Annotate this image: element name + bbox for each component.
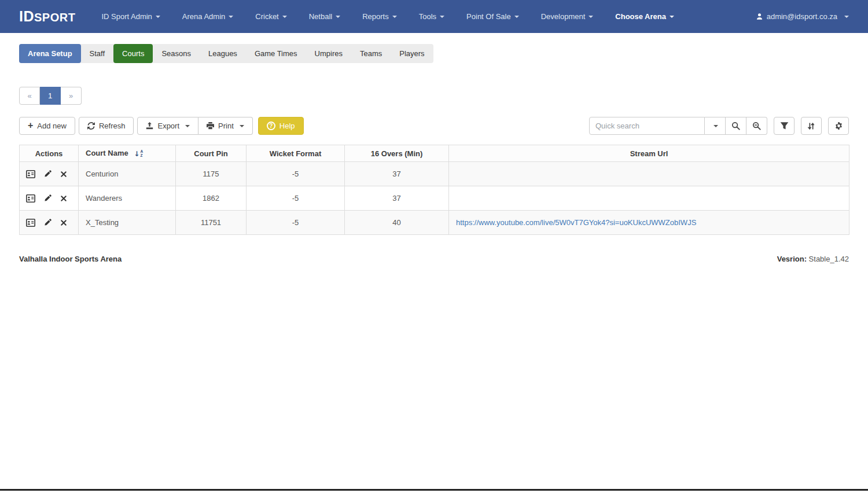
row-delete-button[interactable]	[60, 195, 67, 202]
tab-game-times[interactable]: Game Times	[246, 44, 306, 63]
tab-players[interactable]: Players	[391, 44, 433, 63]
brand-logo[interactable]: IDSPORT	[19, 8, 75, 25]
chevron-down-icon	[336, 16, 340, 18]
row-details-button[interactable]	[26, 170, 35, 178]
settings-button[interactable]	[828, 117, 849, 135]
filter-button[interactable]	[774, 117, 795, 135]
chevron-down-icon	[185, 125, 190, 127]
refresh-icon	[87, 122, 95, 130]
column-header-court-pin[interactable]: Court Pin	[176, 145, 247, 162]
court-name-cell: Centurion	[79, 162, 176, 186]
add-new-button[interactable]: + Add new	[19, 117, 75, 135]
refresh-button[interactable]: Refresh	[79, 117, 134, 135]
row-delete-button[interactable]	[60, 171, 67, 178]
main-menu: ID Sport Admin Arena Admin Cricket Netba…	[90, 12, 755, 21]
actions-cell	[20, 211, 79, 235]
clear-search-button[interactable]	[746, 117, 767, 135]
search-options-button[interactable]	[705, 117, 726, 135]
nav-item-netball[interactable]: Netball	[298, 12, 351, 21]
16-overs-cell: 37	[345, 162, 449, 186]
stream-url-link[interactable]: https://www.youtube.com/live/5W0vT7GYok4…	[456, 218, 696, 227]
sort-button[interactable]	[801, 117, 822, 135]
table-row: Centurion 1175 -5 37	[20, 162, 849, 186]
row-edit-button[interactable]	[44, 170, 52, 178]
chevron-down-icon	[156, 16, 160, 18]
search-minus-icon	[752, 122, 761, 130]
court-pin-cell: 11751	[176, 211, 247, 235]
row-details-button[interactable]	[26, 219, 35, 227]
nav-item-point-of-sale[interactable]: Point Of Sale	[455, 12, 530, 21]
search-group	[589, 117, 767, 135]
16-overs-cell: 37	[345, 186, 449, 211]
nav-item-reports[interactable]: Reports	[351, 12, 408, 21]
page-footer: Valhalla Indoor Sports Arena Vesrion: St…	[19, 255, 849, 263]
grid-toolbar: + Add new Refresh Export Print ? Help	[19, 117, 849, 135]
window-bottom-border	[0, 489, 868, 491]
row-edit-button[interactable]	[44, 194, 52, 202]
pagination-prev[interactable]: «	[19, 87, 40, 105]
print-icon	[207, 122, 214, 130]
print-button[interactable]: Print	[198, 117, 253, 135]
wicket-format-cell: -5	[247, 162, 345, 186]
navbar: IDSPORT ID Sport Admin Arena Admin Crick…	[0, 0, 868, 33]
nav-item-development[interactable]: Development	[530, 12, 605, 21]
user-icon	[756, 13, 763, 20]
16-overs-cell: 40	[345, 211, 449, 235]
chevron-down-icon	[229, 16, 233, 18]
table-header-row: Actions Court Name ↓AZ Court Pin Wicket …	[20, 145, 849, 162]
column-header-court-name[interactable]: Court Name ↓AZ	[79, 145, 176, 162]
stream-url-cell	[449, 162, 849, 186]
tab-courts[interactable]: Courts	[113, 44, 153, 63]
sort-alpha-icon: ↓AZ	[134, 150, 143, 158]
pagination-next[interactable]: »	[61, 87, 82, 105]
chevron-down-icon	[713, 125, 718, 127]
column-header-wicket-format[interactable]: Wicket Format	[247, 145, 345, 162]
help-button[interactable]: ? Help	[258, 117, 304, 135]
user-menu[interactable]: admin@idsport.co.za	[756, 12, 849, 21]
tab-arena-setup[interactable]: Arena Setup	[19, 44, 81, 63]
pagination-page-1[interactable]: 1	[40, 87, 61, 105]
wicket-format-cell: -5	[247, 211, 345, 235]
nav-item-arena-admin[interactable]: Arena Admin	[171, 12, 244, 21]
tab-leagues[interactable]: Leagues	[200, 44, 246, 63]
table-row: X_Testing 11751 -5 40 https://www.youtub…	[20, 211, 849, 235]
nav-item-cricket[interactable]: Cricket	[244, 12, 297, 21]
search-button[interactable]	[726, 117, 746, 135]
chevron-down-icon	[240, 125, 244, 127]
chevron-down-icon	[670, 16, 674, 18]
quick-search-input[interactable]	[589, 117, 705, 135]
chevron-down-icon	[392, 16, 397, 18]
tab-teams[interactable]: Teams	[351, 44, 391, 63]
wicket-format-cell: -5	[247, 186, 345, 211]
row-edit-button[interactable]	[44, 219, 52, 226]
court-name-cell: Wanderers	[79, 186, 176, 211]
court-name-cell: X_Testing	[79, 211, 176, 235]
courts-table: Actions Court Name ↓AZ Court Pin Wicket …	[19, 145, 849, 235]
row-delete-button[interactable]	[60, 219, 67, 226]
column-header-16-overs[interactable]: 16 Overs (Min)	[345, 145, 449, 162]
nav-item-choose-arena[interactable]: Choose Arena	[604, 12, 685, 21]
row-details-button[interactable]	[26, 194, 35, 203]
column-header-stream-url[interactable]: Stream Url	[449, 145, 849, 162]
chevron-down-icon	[440, 16, 444, 18]
export-button[interactable]: Export	[137, 117, 198, 135]
gear-icon	[834, 122, 843, 130]
chevron-down-icon	[844, 16, 849, 18]
pagination: « 1 »	[19, 87, 82, 105]
tab-umpires[interactable]: Umpires	[306, 44, 351, 63]
search-toolbar	[589, 117, 849, 135]
actions-cell	[20, 186, 79, 211]
stream-url-cell	[449, 186, 849, 211]
nav-item-tools[interactable]: Tools	[408, 12, 455, 21]
sort-arrows-icon	[807, 122, 815, 130]
chevron-down-icon	[514, 16, 519, 18]
court-pin-cell: 1862	[176, 186, 247, 211]
stream-url-cell: https://www.youtube.com/live/5W0vT7GYok4…	[449, 211, 849, 235]
search-icon	[731, 122, 740, 130]
funnel-icon	[780, 122, 789, 130]
nav-item-id-sport-admin[interactable]: ID Sport Admin	[90, 12, 171, 21]
tab-seasons[interactable]: Seasons	[153, 44, 200, 63]
version-info: Vesrion: Stable_1.42	[777, 255, 849, 263]
arena-name: Valhalla Indoor Sports Arena	[19, 255, 122, 263]
tab-staff[interactable]: Staff	[81, 44, 114, 63]
